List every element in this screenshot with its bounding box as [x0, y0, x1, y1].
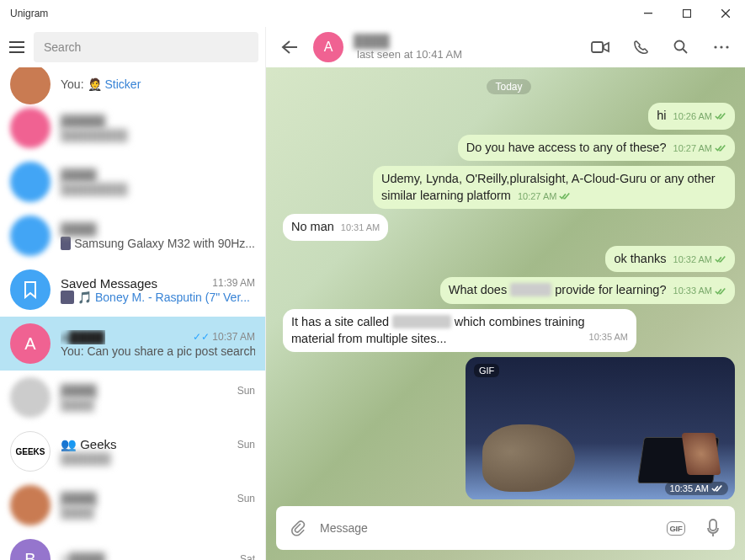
- video-call-button[interactable]: [583, 30, 617, 64]
- message-outgoing[interactable]: GIF 10:35 AM: [283, 357, 735, 499]
- search-placeholder: Search: [44, 40, 81, 54]
- gif-content: [681, 433, 721, 475]
- group-icon: 👥: [61, 437, 77, 451]
- svg-point-11: [720, 45, 722, 48]
- window-title: Unigram: [10, 8, 629, 19]
- message-outgoing[interactable]: What does ████ provide for learning?10:3…: [283, 277, 735, 304]
- thumbnail-icon: [61, 291, 74, 304]
- chat-list-item[interactable]: GEEKS 👥 GeeksSun██████: [0, 424, 265, 478]
- more-button[interactable]: [705, 30, 738, 64]
- read-check-icon: [711, 484, 723, 493]
- avatar: [10, 67, 51, 104]
- svg-line-9: [683, 49, 687, 53]
- avatar: [10, 377, 51, 418]
- read-check-icon: [715, 144, 726, 152]
- read-check-icon: [715, 287, 726, 296]
- chat-list-item[interactable]: B B████Sat: [0, 532, 265, 560]
- attach-button[interactable]: [283, 513, 313, 543]
- chat-list-item[interactable]: █████████████: [0, 101, 265, 155]
- message-incoming[interactable]: It has a site called ██████ which combin…: [283, 309, 735, 352]
- message-outgoing[interactable]: hi10:26 AM: [283, 103, 735, 130]
- chat-list-item[interactable]: A A████✓✓ 10:37 AMYou: Can you share a p…: [0, 317, 265, 371]
- gif-content: [482, 424, 575, 492]
- sidebar: Search You: 🤵Sticker █████████████ █████…: [0, 27, 266, 560]
- svg-rect-7: [592, 42, 603, 52]
- svg-point-12: [726, 45, 728, 48]
- chat-status: last seen at 10:41 AM: [357, 48, 577, 61]
- voice-call-button[interactable]: [624, 30, 657, 64]
- gif-badge: GIF: [474, 364, 499, 377]
- redacted-text: ████: [510, 283, 551, 296]
- voice-message-button[interactable]: [698, 513, 728, 543]
- svg-point-8: [675, 41, 684, 51]
- message-composer: GIF: [276, 506, 735, 550]
- chat-list-item[interactable]: ████Sun████: [0, 371, 265, 424]
- avatar: GEEKS: [10, 431, 51, 472]
- chat-list-item[interactable]: ████████████: [0, 155, 265, 209]
- message-incoming[interactable]: No man10:31 AM: [283, 214, 735, 241]
- music-icon: 🎵: [77, 291, 92, 304]
- svg-point-10: [714, 45, 716, 48]
- svg-rect-1: [684, 10, 691, 18]
- thumbnail-icon: [61, 237, 71, 250]
- back-button[interactable]: [273, 30, 306, 64]
- chat-list-item[interactable]: You: 🤵Sticker: [0, 67, 265, 101]
- chat-list-item[interactable]: Saved Messages11:39 AM🎵Boney M. - Rasput…: [0, 263, 265, 317]
- avatar: [10, 485, 51, 525]
- close-button[interactable]: [706, 0, 745, 27]
- avatar: [10, 108, 51, 148]
- read-check-icon: [559, 192, 571, 200]
- read-check-icon: ✓✓: [193, 331, 210, 343]
- menu-button[interactable]: [7, 37, 27, 57]
- gif-button[interactable]: GIF: [661, 513, 691, 543]
- chat-list-item[interactable]: ████Sun████: [0, 478, 265, 532]
- maximize-button[interactable]: [668, 0, 706, 27]
- svg-rect-0: [644, 13, 652, 13]
- read-check-icon: [715, 255, 726, 264]
- avatar: B: [10, 539, 51, 560]
- gif-attachment[interactable]: GIF 10:35 AM: [466, 357, 735, 499]
- bookmark-icon: [10, 269, 51, 310]
- avatar: A: [10, 323, 51, 364]
- messages-area[interactable]: Today hi10:26 AM Do you have access to a…: [266, 67, 745, 499]
- sticker-icon: 🤵: [88, 77, 102, 91]
- message-input[interactable]: [320, 521, 654, 535]
- svg-rect-13: [710, 520, 716, 531]
- chat-title: ████: [354, 34, 390, 48]
- titlebar: Unigram: [0, 0, 745, 27]
- avatar: [10, 162, 51, 202]
- chat-list-item[interactable]: ████Samsung Galaxy M32 with 90Hz...: [0, 209, 265, 263]
- search-input[interactable]: Search: [34, 32, 258, 62]
- avatar: A: [313, 32, 343, 62]
- redacted-text: ██████: [392, 315, 451, 328]
- message-outgoing[interactable]: Do you have access to any of these?10:27…: [283, 135, 735, 162]
- message-outgoing[interactable]: Udemy, Lynda, O'Reilly,pluralsight, A-Cl…: [283, 166, 735, 209]
- chat-list[interactable]: You: 🤵Sticker █████████████ ████████████…: [0, 67, 265, 560]
- conversation-pane: A ████ last seen at 10:41 AM Today hi10:…: [266, 27, 745, 560]
- message-outgoing[interactable]: ok thanks10:32 AM: [283, 246, 735, 273]
- date-separator: Today: [487, 79, 530, 94]
- search-button[interactable]: [664, 30, 698, 64]
- minimize-button[interactable]: [629, 0, 668, 27]
- avatar: [10, 216, 51, 256]
- read-check-icon: [715, 112, 726, 120]
